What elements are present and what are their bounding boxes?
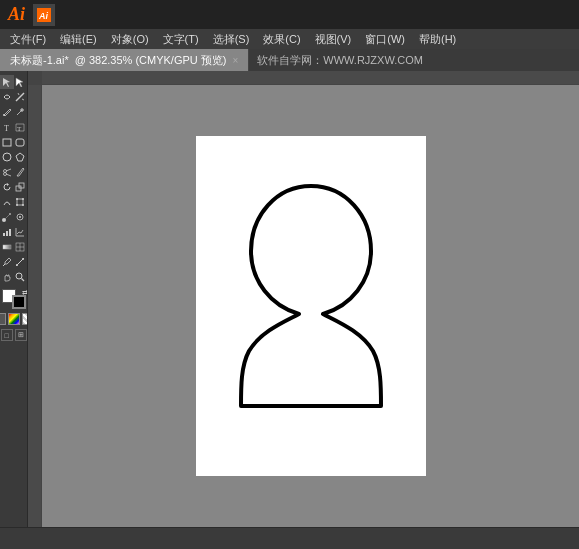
tool-warp[interactable] <box>0 195 14 209</box>
menu-object[interactable]: 对象(O) <box>105 29 155 49</box>
color-mode-btn[interactable] <box>0 313 6 325</box>
vertical-ruler <box>28 85 42 527</box>
app-logo: Ai <box>8 4 25 25</box>
extra-tools-row: □ ⊞ <box>1 329 27 341</box>
tool-blend[interactable] <box>0 210 14 224</box>
tool-mesh[interactable] <box>14 240 28 254</box>
tool-symbol[interactable] <box>14 210 28 224</box>
artboard <box>196 136 426 476</box>
svg-rect-21 <box>16 186 21 191</box>
tool-group-chart <box>0 225 27 239</box>
screen-mode-btn[interactable]: ⊞ <box>15 329 27 341</box>
svg-rect-13 <box>16 139 24 146</box>
tool-rotate[interactable] <box>0 180 14 194</box>
canvas-main <box>28 85 579 527</box>
tool-group-shapes <box>0 135 27 149</box>
svg-rect-33 <box>3 233 5 236</box>
ruler-corner <box>28 71 42 85</box>
artboard-tool[interactable]: □ <box>1 329 13 341</box>
tool-type[interactable]: T <box>0 120 14 134</box>
tool-direct-select[interactable] <box>14 75 28 89</box>
tab-close-button[interactable]: × <box>232 55 238 66</box>
svg-rect-23 <box>17 199 23 205</box>
tool-polygon[interactable] <box>14 150 28 164</box>
menu-file[interactable]: 文件(F) <box>4 29 52 49</box>
tool-eyedropper[interactable] <box>0 255 14 269</box>
color-mode-row <box>0 313 28 325</box>
menu-edit[interactable]: 编辑(E) <box>54 29 103 49</box>
menu-window[interactable]: 窗口(W) <box>359 29 411 49</box>
svg-point-27 <box>22 204 24 206</box>
swap-colors[interactable]: ⇄ <box>22 289 28 297</box>
tool-area-type[interactable]: T <box>14 120 28 134</box>
canvas-area[interactable] <box>42 85 579 527</box>
tool-group-gradient <box>0 240 27 254</box>
tool-add-point[interactable] <box>14 105 28 119</box>
tool-gradient[interactable] <box>0 240 14 254</box>
svg-rect-34 <box>6 231 8 236</box>
tool-column-graph[interactable] <box>14 225 28 239</box>
tool-rect[interactable] <box>0 135 14 149</box>
svg-point-46 <box>16 273 22 279</box>
menu-text[interactable]: 文字(T) <box>157 29 205 49</box>
menu-view[interactable]: 视图(V) <box>309 29 358 49</box>
menu-help[interactable]: 帮助(H) <box>413 29 462 49</box>
person-shape <box>221 166 401 446</box>
horizontal-ruler <box>42 71 579 85</box>
tool-graph[interactable] <box>0 225 14 239</box>
menu-select[interactable]: 选择(S) <box>207 29 256 49</box>
bottom-bar <box>0 527 579 549</box>
stroke-color[interactable] <box>12 295 26 309</box>
tab-zoom: @ 382.35% (CMYK/GPU 预览) <box>75 53 227 68</box>
tool-round-rect[interactable] <box>14 135 28 149</box>
svg-line-30 <box>5 214 10 219</box>
tool-scissors[interactable] <box>0 165 14 179</box>
tool-group-rotate <box>0 180 27 194</box>
tool-magic-wand[interactable] <box>14 90 28 104</box>
tab-website: 软件自学网：WWW.RJZXW.COM <box>249 49 579 71</box>
svg-line-47 <box>22 279 25 282</box>
menu-effect[interactable]: 效果(C) <box>257 29 306 49</box>
svg-marker-20 <box>7 183 9 186</box>
tool-group-lasso <box>0 90 27 104</box>
svg-line-18 <box>6 169 11 171</box>
svg-text:T: T <box>4 124 9 132</box>
svg-rect-22 <box>19 183 24 188</box>
tool-group-blend <box>0 210 27 224</box>
app-icon: Ai <box>33 4 55 26</box>
svg-point-32 <box>19 216 21 218</box>
menu-bar: 文件(F) 编辑(E) 对象(O) 文字(T) 选择(S) 效果(C) 视图(V… <box>0 29 579 49</box>
color-section: ⇄ □ ⊞ <box>0 289 28 345</box>
tool-knife[interactable] <box>14 165 28 179</box>
tool-group-eyedropper <box>0 255 27 269</box>
svg-point-24 <box>16 198 18 200</box>
tool-zoom[interactable] <box>14 270 28 284</box>
ruler-row <box>28 71 579 85</box>
tool-group-select <box>0 75 27 89</box>
main-area: T T <box>0 71 579 527</box>
tool-arrow[interactable] <box>0 75 14 89</box>
gradient-mode-btn[interactable] <box>8 313 20 325</box>
tab-active[interactable]: 未标题-1.ai* @ 382.35% (CMYK/GPU 预览) × <box>0 49 249 71</box>
tool-group-hand <box>0 270 27 284</box>
svg-point-26 <box>16 204 18 206</box>
svg-marker-15 <box>16 153 24 161</box>
tool-pen[interactable] <box>0 105 14 119</box>
fill-stroke-indicator: ⇄ <box>2 289 26 309</box>
tool-ellipse[interactable] <box>0 150 14 164</box>
tool-group-ellipse <box>0 150 27 164</box>
tool-group-pen <box>0 105 27 119</box>
tool-lasso[interactable] <box>0 90 14 104</box>
svg-marker-3 <box>16 78 23 87</box>
tool-hand[interactable] <box>0 270 14 284</box>
ai-icon: Ai <box>37 8 51 22</box>
title-bar: Ai Ai <box>0 0 579 29</box>
tool-free-transform[interactable] <box>14 195 28 209</box>
tool-group-warp <box>0 195 27 209</box>
tool-measure[interactable] <box>14 255 28 269</box>
svg-rect-38 <box>3 245 11 249</box>
tool-scale[interactable] <box>14 180 28 194</box>
svg-text:Ai: Ai <box>38 11 48 21</box>
toolbar: T T <box>0 71 28 527</box>
tab-bar: 未标题-1.ai* @ 382.35% (CMYK/GPU 预览) × 软件自学… <box>0 49 579 71</box>
